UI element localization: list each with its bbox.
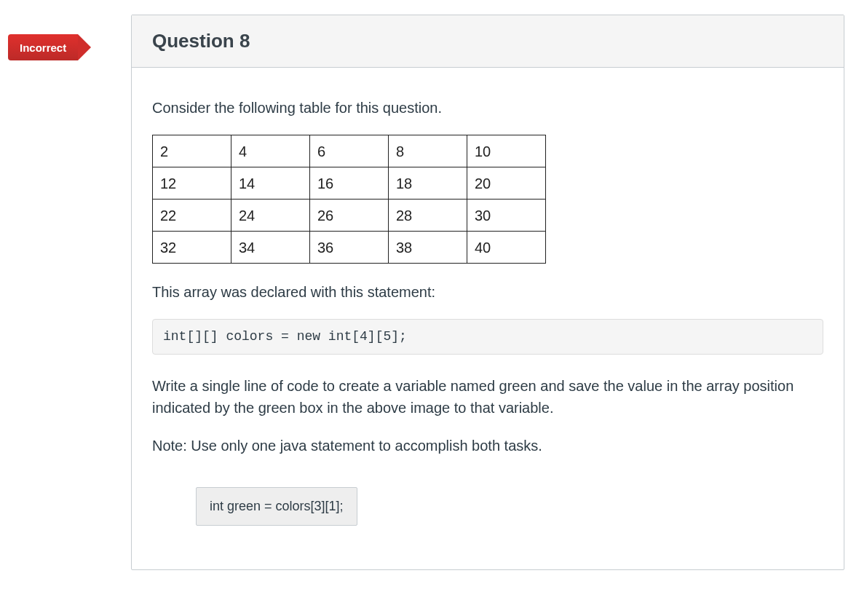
table-cell: 6	[310, 135, 389, 167]
table-row: 246810	[153, 135, 546, 167]
question-body: Consider the following table for this qu…	[132, 68, 844, 569]
question-header: Question 8	[132, 15, 844, 68]
status-badge: Incorrect	[8, 34, 91, 60]
question-card: Incorrect Question 8 Consider the follow…	[131, 15, 844, 570]
table-row: 1214161820	[153, 167, 546, 200]
table-cell: 32	[153, 232, 231, 264]
prompt-task: Write a single line of code to create a …	[152, 375, 823, 419]
table-cell: 22	[153, 200, 231, 232]
table-cell: 16	[310, 167, 389, 200]
status-label: Incorrect	[8, 34, 78, 60]
table-cell: 10	[467, 135, 546, 167]
table-cell-blue: 2	[153, 135, 231, 167]
table-cell-red: 18	[389, 167, 467, 200]
table-row: 2224262830	[153, 200, 546, 232]
table-cell: 4	[231, 135, 310, 167]
table-cell: 28	[389, 200, 467, 232]
table-cell: 12	[153, 167, 231, 200]
table-cell: 40	[467, 232, 546, 264]
table-cell: 36	[310, 232, 389, 264]
status-arrow	[78, 34, 91, 60]
table-cell: 8	[389, 135, 467, 167]
table-cell: 20	[467, 167, 546, 200]
question-title: Question 8	[152, 30, 250, 52]
prompt-intro: Consider the following table for this qu…	[152, 97, 823, 119]
code-declaration: int[][] colors = new int[4][5];	[152, 319, 823, 355]
table-cell: 38	[389, 232, 467, 264]
table-cell: 26	[310, 200, 389, 232]
prompt-declared: This array was declared with this statem…	[152, 281, 823, 303]
table-row: 3234363840	[153, 232, 546, 264]
table-cell-green: 34	[231, 232, 310, 264]
table-cell: 24	[231, 200, 310, 232]
student-answer: int green = colors[3][1];	[196, 487, 357, 526]
array-table: 246810121416182022242628303234363840	[152, 135, 546, 264]
prompt-note: Note: Use only one java statement to acc…	[152, 435, 823, 457]
table-cell: 30	[467, 200, 546, 232]
table-cell: 14	[231, 167, 310, 200]
